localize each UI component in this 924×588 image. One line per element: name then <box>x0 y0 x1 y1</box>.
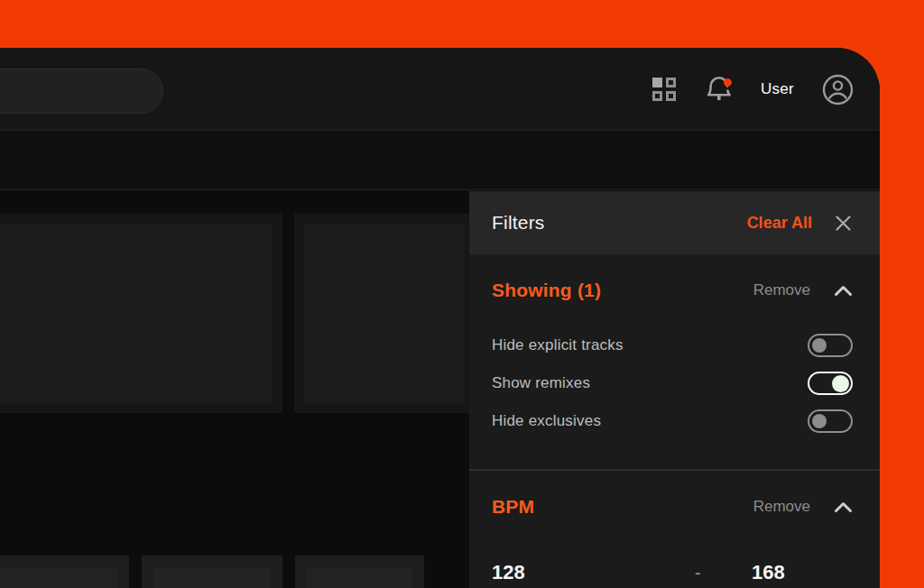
card-artwork <box>304 224 465 403</box>
topbar-right-cluster: User <box>651 48 855 131</box>
card-artwork <box>0 224 273 403</box>
clear-all-button[interactable]: Clear All <box>747 214 812 233</box>
content-card[interactable] <box>294 214 475 413</box>
toolbar-strip <box>0 132 880 190</box>
toggle-row-hide-explicit: Hide explicit tracks <box>492 330 853 361</box>
toggle-knob <box>832 375 849 392</box>
filters-panel-header: Filters Clear All <box>469 191 880 254</box>
section-title: BPM <box>492 496 534 518</box>
chevron-up-icon[interactable] <box>834 285 853 297</box>
toggle-knob <box>812 338 827 353</box>
filters-panel: Filters Clear All Showing (1) Remove <box>469 191 880 588</box>
filter-section-bpm: BPM Remove 128 - 168 <box>469 469 880 584</box>
toggle-switch-hide-explicit[interactable] <box>808 334 853 357</box>
toggle-row-hide-exclusives: Hide exclusives <box>492 406 853 436</box>
toggle-label: Hide exclusives <box>492 412 601 430</box>
bpm-min-field[interactable]: 128 <box>492 561 674 584</box>
search-input[interactable] <box>0 69 163 114</box>
bpm-max-field[interactable]: 168 <box>752 561 785 584</box>
remove-filter-button[interactable]: Remove <box>753 281 810 299</box>
card-artwork <box>153 567 271 588</box>
filter-section-showing: Showing (1) Remove Hide explicit tracks <box>469 278 880 436</box>
chevron-up-icon[interactable] <box>834 501 853 513</box>
section-header: Showing (1) Remove <box>492 278 853 303</box>
app-window: User Filters Clear All <box>0 48 880 588</box>
section-header: BPM Remove <box>492 494 853 519</box>
toggle-row-show-remixes: Show remixes <box>492 368 853 399</box>
notification-bell-icon[interactable] <box>705 73 734 106</box>
card-artwork <box>307 567 412 588</box>
close-icon[interactable] <box>834 214 853 233</box>
content-card[interactable] <box>295 556 424 588</box>
bpm-range-row: 128 - 168 <box>492 561 853 584</box>
main-content: Filters Clear All Showing (1) Remove <box>0 191 880 588</box>
toggle-switch-show-remixes[interactable] <box>808 372 853 395</box>
toggle-switch-hide-exclusives[interactable] <box>808 409 853 433</box>
content-card[interactable] <box>142 556 282 588</box>
content-card[interactable] <box>0 556 129 588</box>
remove-filter-button[interactable]: Remove <box>753 498 810 516</box>
filters-title: Filters <box>492 212 545 234</box>
toggle-label: Hide explicit tracks <box>492 336 624 354</box>
toggle-knob <box>812 414 827 428</box>
toggle-label: Show remixes <box>492 374 590 392</box>
user-name-label[interactable]: User <box>761 80 794 98</box>
content-card[interactable] <box>0 214 282 413</box>
toggle-list: Hide explicit tracks Show remixes Hide e… <box>492 330 853 436</box>
bpm-range-separator: - <box>674 563 752 583</box>
account-avatar-icon[interactable] <box>821 73 855 106</box>
apps-grid-icon[interactable] <box>651 76 678 103</box>
section-title: Showing (1) <box>492 280 601 301</box>
card-artwork <box>0 567 117 588</box>
top-navigation-bar: User <box>0 48 880 131</box>
